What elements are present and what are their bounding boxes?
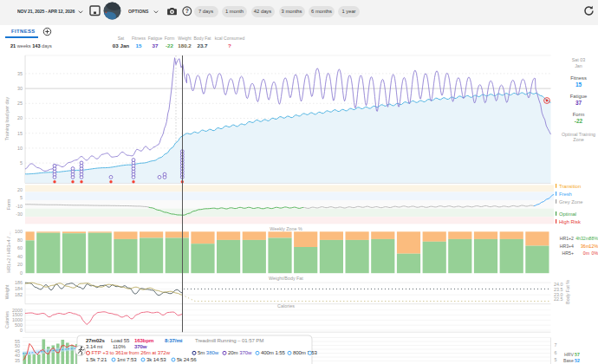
svg-text:FTP +3 to 361w from 26m at 372: FTP +3 to 361w from 26m at 372w [92,349,171,355]
svg-text:Fitness: Fitness [570,75,587,81]
svg-text:Treadmill Running – 01:57 PM: Treadmill Running – 01:57 PM [195,337,263,343]
svg-text:HR1+2 / HR3+4 / ...: HR1+2 / HR3+4 / ... [6,231,11,272]
svg-text:3.14 mi: 3.14 mi [86,343,102,349]
svg-text:Load 55: Load 55 [111,337,130,343]
svg-text:8:37/mi: 8:37/mi [165,337,183,343]
svg-text:22.5: 22.5 [554,296,563,302]
svg-text:HRV: HRV [564,352,574,357]
svg-text:Fresh: Fresh [559,192,572,197]
svg-text:182: 182 [15,292,23,297]
svg-text:3k 14:53: 3k 14:53 [146,356,166,362]
svg-text:Base: Base [563,358,574,363]
svg-text:37: 37 [575,100,582,106]
svg-text:High Risk: High Risk [559,219,581,224]
svg-text:5: 5 [20,160,23,166]
svg-text:163bpm: 163bpm [134,337,154,343]
svg-text:Transition: Transition [559,184,581,189]
svg-text:Sat 03: Sat 03 [572,57,586,62]
svg-text:Form: Form [6,198,11,210]
svg-text:184: 184 [15,286,23,291]
svg-text:HR1+2: HR1+2 [560,236,574,241]
svg-text:Weight/Body Fat: Weight/Body Fat [269,276,303,281]
svg-text:15: 15 [17,131,23,136]
svg-text:7: 7 [555,342,557,348]
svg-text:Body Fat %: Body Fat % [565,280,570,304]
svg-text:186: 186 [15,280,23,285]
svg-text:5: 5 [20,195,23,200]
svg-text:-10: -10 [16,204,23,209]
svg-text:35: 35 [17,71,23,76]
svg-text:5k 24:56: 5k 24:56 [177,356,197,362]
svg-text:35: 35 [15,358,20,363]
svg-text:6: 6 [555,350,557,355]
svg-text:400m 1:55: 400m 1:55 [261,349,286,355]
svg-text:15: 15 [575,81,582,88]
svg-text:12%: 12% [589,244,598,249]
svg-text:Zone: Zone [573,137,583,142]
svg-text:20m 370w: 20m 370w [228,349,252,355]
svg-text:HR3+4: HR3+4 [560,244,574,249]
svg-text:30: 30 [17,86,23,91]
svg-text:0: 0 [20,270,23,276]
svg-text:80: 80 [17,237,23,243]
svg-text:Weekly Zone %: Weekly Zone % [270,226,302,231]
svg-text:0m: 0m [583,250,589,256]
svg-text:Form: Form [573,112,585,117]
svg-text:4h32m: 4h32m [575,236,589,241]
svg-text:800m 3:53: 800m 3:53 [293,349,318,355]
svg-text:0: 0 [20,328,23,333]
svg-text:Calories: Calories [277,303,295,309]
svg-text:370w: 370w [134,343,147,349]
svg-text:Jan: Jan [575,63,582,68]
svg-text:88%: 88% [589,236,598,241]
svg-text:40: 40 [17,254,23,259]
svg-text:Optimal Training: Optimal Training [562,132,595,137]
svg-text:57: 57 [575,352,580,357]
svg-text:25: 25 [17,101,23,106]
svg-text:-30: -30 [16,211,23,217]
svg-text:5: 5 [555,357,557,362]
svg-text:110%: 110% [113,343,126,349]
svg-text:60: 60 [17,245,23,250]
svg-text:Weight: Weight [4,284,10,299]
svg-text:100: 100 [15,229,23,234]
svg-text:1mi 7:53: 1mi 7:53 [117,356,137,362]
svg-text:-22: -22 [575,118,583,124]
svg-text:36m: 36m [581,244,589,249]
svg-text:52: 52 [575,358,580,363]
svg-text:1.5k 7:21: 1.5k 7:21 [86,356,107,362]
svg-text:5m 380w: 5m 380w [198,349,219,355]
svg-text:HR5+: HR5+ [562,250,574,256]
svg-text:10: 10 [17,146,23,151]
svg-text:Calories: Calories [4,311,10,328]
svg-text:Fatigue: Fatigue [570,94,587,99]
svg-text:Optimal: Optimal [559,211,576,217]
svg-text:0%: 0% [592,250,598,256]
svg-text:Grey Zone: Grey Zone [559,199,582,205]
svg-text:20: 20 [17,115,23,120]
svg-text:20: 20 [17,187,23,192]
svg-text:20: 20 [17,262,23,267]
svg-text:27m02s: 27m02s [86,337,105,343]
svg-text:Training load per day: Training load per day [4,96,10,140]
